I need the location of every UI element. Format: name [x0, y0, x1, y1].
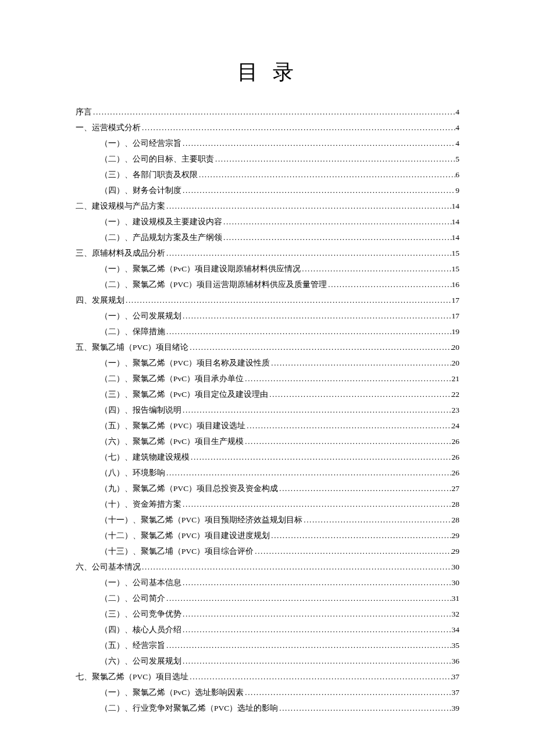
toc-page-number: 28 [452, 512, 460, 528]
toc-page-number: 14 [452, 214, 460, 230]
toc-entry: 三、原辅材料及成品分析15 [76, 245, 459, 261]
toc-label: （二）、聚氯乙烯（PVC）项目运营期原辅材料供应及质量管理 [100, 277, 327, 292]
toc-page-number: 20 [452, 339, 460, 355]
toc-label: （一）、公司基本信息 [100, 575, 181, 590]
toc-label: 四、发展规划 [76, 292, 124, 308]
toc-page-number: 34 [452, 622, 460, 637]
toc-label: （二）、公司的目标、主要职责 [100, 151, 214, 167]
toc-leader-dots [254, 543, 451, 559]
toc-leader-dots [270, 528, 451, 543]
toc-leader-dots [244, 371, 451, 386]
toc-leader-dots [181, 575, 452, 590]
toc-label: （三）、各部门职责及权限 [100, 167, 198, 182]
toc-label: （九）、聚氯乙烯（PVC）项目总投资及资金构成 [100, 481, 278, 496]
toc-label: （十三）、聚氯乙埔（PVC）项目综合评价 [100, 543, 254, 559]
toc-leader-dots [302, 512, 451, 528]
toc-entry: （五）、经营宗旨35 [100, 637, 459, 653]
toc-entry: （五）、聚氯乙烯（PVC）项目建设选址24 [100, 418, 459, 433]
toc-leader-dots [124, 292, 452, 308]
toc-leader-dots [165, 198, 452, 214]
toc-label: 六、公司基本情况 [76, 559, 141, 575]
toc-page-number: 26 [452, 433, 460, 449]
toc-page-number: 16 [452, 277, 460, 292]
toc-page-number: 21 [452, 371, 460, 386]
toc-page-number: 14 [452, 198, 460, 214]
toc-entry: （八）、环境影响26 [100, 465, 459, 481]
toc-page-number: 9 [455, 182, 459, 198]
toc-entry: 序言4 [76, 104, 459, 120]
toc-leader-dots [190, 449, 452, 465]
toc-page-number: 26 [452, 449, 460, 465]
toc-leader-dots [188, 669, 451, 685]
toc-page-number: 29 [452, 543, 460, 559]
toc-leader-dots [181, 402, 452, 418]
toc-leader-dots [245, 418, 451, 433]
toc-leader-dots [278, 700, 451, 716]
toc-page-number: 22 [452, 386, 460, 402]
toc-label: （二）、产品规划方案及生产纲领 [100, 230, 222, 245]
toc-label: （二）、公司简介 [100, 590, 165, 606]
toc-entry: （六）、聚氯乙烯（PvC）项目生产规模26 [100, 433, 459, 449]
toc-page-number: 5 [455, 151, 459, 167]
toc-leader-dots [165, 324, 452, 339]
toc-label: （二）、保障措施 [100, 324, 165, 339]
toc-page-number: 28 [452, 496, 460, 512]
toc-entry: 七、聚氯乙烯（PVC）项目选址37 [76, 669, 459, 685]
toc-label: 序言 [76, 104, 92, 120]
toc-page-number: 17 [452, 308, 460, 324]
toc-label: （八）、环境影响 [100, 465, 165, 481]
toc-page-number: 31 [452, 590, 460, 606]
toc-leader-dots [278, 481, 451, 496]
toc-label: （一）、公司发展规划 [100, 308, 181, 324]
toc-entry: （四）、报告编制说明23 [100, 402, 459, 418]
toc-label: （六）、聚氯乙烯（PvC）项目生产规模 [100, 433, 244, 449]
toc-page-number: 15 [452, 245, 460, 261]
toc-page-number: 30 [452, 575, 460, 590]
toc-entry: （一）、聚氯乙烯（PvC）项目建设期原辅材料供应情况15 [100, 261, 459, 277]
toc-label: （七）、建筑物建设规模 [100, 449, 190, 465]
toc-label: （一）、公司经营宗旨 [100, 135, 181, 151]
toc-leader-dots [165, 637, 452, 653]
toc-label: （三）、公司竞争优势 [100, 606, 181, 622]
toc-entry: （二）、聚氯乙烯（PVC）项目运营期原辅材料供应及质量管理16 [100, 277, 459, 292]
toc-label: （四）、报告编制说明 [100, 402, 181, 418]
toc-entry: 四、发展规划17 [76, 292, 459, 308]
toc-entry: 一、运营模式分析4 [76, 120, 459, 135]
toc-label: （二）、行业竞争对聚氯乙烯（PVC）选址的影响 [100, 700, 278, 716]
toc-page-number: 29 [452, 528, 460, 543]
toc-leader-dots [222, 214, 452, 230]
toc-leader-dots [165, 245, 452, 261]
toc-entry: 六、公司基本情况30 [76, 559, 459, 575]
toc-page-number: 19 [452, 324, 460, 339]
page-title: 目 录 [76, 58, 459, 87]
toc-leader-dots [270, 355, 451, 371]
toc-leader-dots [181, 622, 452, 637]
toc-leader-dots [141, 120, 455, 135]
toc-entry: （二）、公司简介31 [100, 590, 459, 606]
toc-label: 三、原辅材料及成品分析 [76, 245, 165, 261]
toc-entry: （六）、公司发展规划36 [100, 653, 459, 669]
toc-leader-dots [198, 167, 455, 182]
toc-entry: （一）、公司经营宗旨4 [100, 135, 459, 151]
toc-page-number: 37 [452, 685, 460, 700]
toc-label: （十）、资金筹措方案 [100, 496, 181, 512]
toc-label: （四）、财务会计制度 [100, 182, 181, 198]
toc-entry: （四）、财务会计制度9 [100, 182, 459, 198]
toc-entry: （十）、资金筹措方案28 [100, 496, 459, 512]
toc-page-number: 26 [452, 465, 460, 481]
toc-entry: （二）、产品规划方案及生产纲领14 [100, 230, 459, 245]
toc-entry: （二）、公司的目标、主要职责5 [100, 151, 459, 167]
toc-leader-dots [181, 308, 452, 324]
toc-page-number: 30 [452, 559, 460, 575]
toc-leader-dots [327, 277, 451, 292]
toc-entry: （二）、聚氯乙烯（PvC）项目承办单位21 [100, 371, 459, 386]
toc-entry: （十三）、聚氯乙埔（PVC）项目综合评价29 [100, 543, 459, 559]
toc-label: 二、建设规模与产品方案 [76, 198, 165, 214]
toc-leader-dots [301, 261, 451, 277]
toc-label: （十二）、聚氯乙烯（PVC）项目建设进度规划 [100, 528, 270, 543]
toc-page-number: 32 [452, 606, 460, 622]
toc-leader-dots [188, 339, 451, 355]
toc-entry: （九）、聚氯乙烯（PVC）项目总投资及资金构成27 [100, 481, 459, 496]
toc-label: （十一）、聚氯乙烯（PVC）项目预期经济效益规划目标 [100, 512, 302, 528]
toc-leader-dots [181, 653, 452, 669]
